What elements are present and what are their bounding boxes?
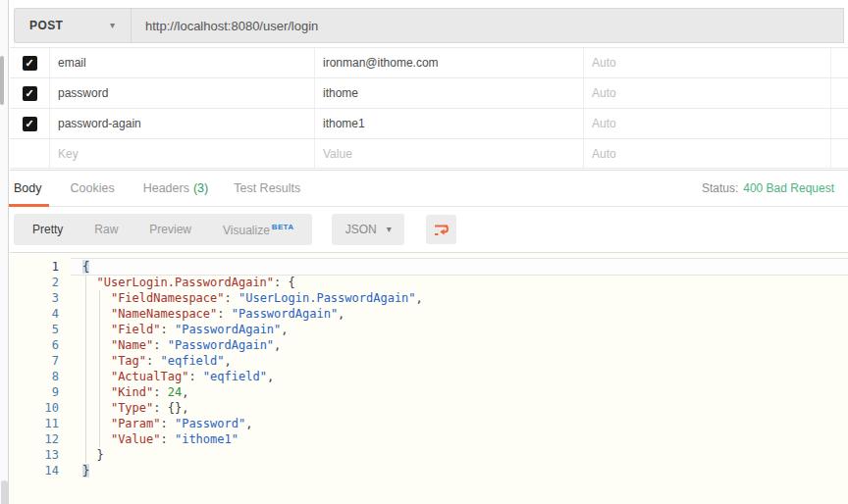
code-line: 13 } bbox=[10, 447, 848, 463]
param-extra-cell bbox=[830, 48, 848, 77]
table-row: ✓ password ithome Auto bbox=[10, 77, 848, 108]
wrap-text-icon bbox=[432, 221, 450, 239]
param-checkbox[interactable]: ✓ bbox=[23, 117, 37, 131]
code-line: 11 "Param": "Password", bbox=[10, 416, 848, 431]
checkbox-cell bbox=[10, 139, 49, 168]
status-badge: 400 Bad Request bbox=[743, 181, 834, 195]
tab-body[interactable]: Body bbox=[14, 171, 42, 206]
line-number: 5 bbox=[10, 322, 59, 337]
line-number: 4 bbox=[10, 306, 59, 322]
param-extra-cell bbox=[830, 109, 848, 138]
format-dropdown[interactable]: JSON ▾ bbox=[332, 214, 404, 245]
line-number: 14 bbox=[10, 463, 59, 479]
headers-count-badge: (3) bbox=[193, 181, 208, 195]
code-line: 14} bbox=[10, 463, 848, 479]
param-checkbox[interactable]: ✓ bbox=[23, 56, 37, 71]
table-row-empty: Key Value Auto bbox=[10, 138, 848, 169]
indent-guide bbox=[85, 275, 86, 463]
code-lines: 1{2 "UserLogin.PasswordAgain": {3 "Field… bbox=[10, 259, 848, 479]
code-line-content: "Field": "PasswordAgain", bbox=[71, 322, 848, 337]
view-mode-group: Pretty Raw Preview VisualizeBETA bbox=[14, 214, 312, 245]
left-scrollbar-thumb[interactable] bbox=[0, 56, 4, 105]
view-visualize-label: Visualize bbox=[223, 224, 270, 237]
param-content-type-field[interactable]: Auto bbox=[583, 109, 830, 138]
code-line-content: "Kind": 24, bbox=[71, 384, 848, 400]
checkbox-cell: ✓ bbox=[10, 78, 49, 108]
code-line-content: "ActualTag": "eqfield", bbox=[71, 369, 848, 384]
code-line: 9 "Kind": 24, bbox=[10, 384, 848, 400]
checkbox-cell: ✓ bbox=[10, 109, 49, 138]
left-scrollbar-bottom[interactable] bbox=[1, 480, 8, 504]
param-value-field[interactable]: Value bbox=[314, 139, 583, 168]
code-line: 3 "FieldNamespace": "UserLogin.PasswordA… bbox=[10, 290, 848, 306]
line-number: 8 bbox=[10, 369, 59, 384]
code-line: 6 "Name": "PasswordAgain", bbox=[10, 337, 848, 353]
request-url-bar: POST ▾ http://localhost:8080/user/login bbox=[14, 8, 844, 43]
view-visualize[interactable]: VisualizeBETA bbox=[223, 223, 293, 237]
url-input[interactable]: http://localhost:8080/user/login bbox=[131, 8, 844, 43]
param-value-field[interactable]: ironman@ithome.com bbox=[314, 48, 583, 77]
line-number: 11 bbox=[10, 416, 59, 431]
response-status: Status: 400 Bad Request bbox=[702, 181, 834, 195]
code-line-content: } bbox=[71, 463, 848, 479]
code-line-content: "Type": {}, bbox=[71, 400, 848, 416]
line-number: 12 bbox=[10, 431, 59, 447]
param-value-field[interactable]: ithome1 bbox=[314, 109, 583, 138]
param-key-field[interactable]: Key bbox=[49, 139, 314, 168]
line-number: 3 bbox=[10, 290, 59, 306]
line-number: 10 bbox=[10, 400, 59, 416]
left-panel-edge bbox=[0, 0, 9, 504]
param-key-field[interactable]: email bbox=[49, 48, 314, 77]
method-label: POST bbox=[29, 19, 63, 32]
response-tab-bar: Body Cookies Headers (3) Test Results St… bbox=[10, 170, 848, 207]
response-body-editor[interactable]: 1{2 "UserLogin.PasswordAgain": {3 "Field… bbox=[10, 252, 848, 504]
postman-window: POST ▾ http://localhost:8080/user/login … bbox=[0, 0, 848, 504]
line-number: 6 bbox=[10, 337, 59, 353]
code-line-content: "Name": "PasswordAgain", bbox=[71, 337, 848, 353]
line-number: 2 bbox=[10, 275, 59, 290]
table-row: ✓ email ironman@ithome.com Auto bbox=[10, 47, 848, 77]
line-number: 7 bbox=[10, 353, 59, 369]
param-content-type-field[interactable]: Auto bbox=[583, 48, 830, 77]
code-line-content: "UserLogin.PasswordAgain": { bbox=[71, 275, 848, 290]
code-line: 8 "ActualTag": "eqfield", bbox=[10, 369, 848, 384]
form-data-table: ✓ email ironman@ithome.com Auto ✓ passwo… bbox=[10, 47, 848, 169]
param-extra-cell bbox=[830, 139, 848, 168]
url-value: http://localhost:8080/user/login bbox=[145, 19, 318, 33]
code-line: 5 "Field": "PasswordAgain", bbox=[10, 322, 848, 337]
param-content-type-field[interactable]: Auto bbox=[583, 78, 830, 108]
indent-guide bbox=[99, 290, 100, 447]
format-label: JSON bbox=[345, 223, 377, 236]
response-view-toolbar: Pretty Raw Preview VisualizeBETA JSON ▾ bbox=[10, 207, 848, 252]
code-line-content: "FieldNamespace": "UserLogin.PasswordAga… bbox=[71, 290, 848, 306]
code-line: 10 "Type": {}, bbox=[10, 400, 848, 416]
code-line: 12 "Value": "ithome1" bbox=[10, 431, 848, 447]
tab-headers[interactable]: Headers (3) bbox=[143, 171, 209, 206]
param-content-type-field[interactable]: Auto bbox=[583, 139, 830, 168]
param-key-field[interactable]: password bbox=[49, 78, 314, 108]
code-line: 2 "UserLogin.PasswordAgain": { bbox=[10, 275, 848, 290]
beta-badge: BETA bbox=[272, 223, 293, 231]
table-row: ✓ password-again ithome1 Auto bbox=[10, 108, 848, 138]
view-raw[interactable]: Raw bbox=[94, 223, 118, 236]
tab-cookies[interactable]: Cookies bbox=[71, 171, 115, 206]
request-response-panel: POST ▾ http://localhost:8080/user/login … bbox=[10, 0, 848, 504]
param-key-field[interactable]: password-again bbox=[49, 109, 314, 138]
code-line: 1{ bbox=[10, 259, 848, 275]
tab-test-results[interactable]: Test Results bbox=[234, 171, 300, 206]
view-pretty[interactable]: Pretty bbox=[32, 223, 63, 236]
line-number: 9 bbox=[10, 384, 59, 400]
checkbox-cell: ✓ bbox=[10, 48, 49, 77]
method-dropdown[interactable]: POST ▾ bbox=[14, 8, 131, 43]
wrap-text-button[interactable] bbox=[426, 215, 456, 244]
view-preview[interactable]: Preview bbox=[149, 223, 191, 236]
code-line-content: "Tag": "eqfield", bbox=[71, 353, 848, 369]
code-line-content: } bbox=[71, 447, 848, 463]
param-value-field[interactable]: ithome bbox=[314, 78, 583, 108]
line-number: 13 bbox=[10, 447, 59, 463]
chevron-down-icon: ▾ bbox=[387, 225, 392, 234]
param-checkbox[interactable]: ✓ bbox=[23, 86, 37, 101]
chevron-down-icon: ▾ bbox=[110, 21, 115, 30]
code-line-content: "NameNamespace": "PasswordAgain", bbox=[71, 306, 848, 322]
param-extra-cell bbox=[830, 78, 848, 108]
